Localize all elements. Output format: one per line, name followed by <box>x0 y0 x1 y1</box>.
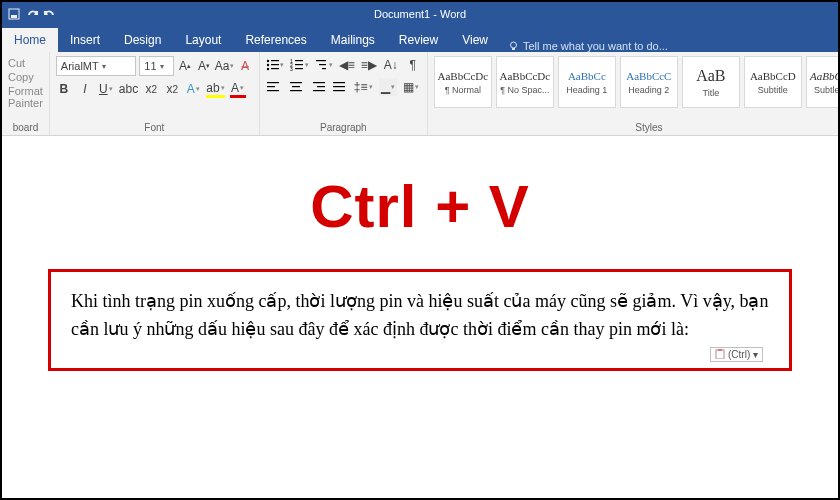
svg-rect-23 <box>292 86 300 87</box>
document-area[interactable]: Ctrl + V Khi tình trạng pin xuống cấp, t… <box>2 136 838 371</box>
shading-button[interactable]: ▁▾ <box>379 78 397 96</box>
tab-mailings[interactable]: Mailings <box>319 28 387 52</box>
font-color-button[interactable]: A▾ <box>230 80 246 98</box>
tab-insert[interactable]: Insert <box>58 28 112 52</box>
align-right-icon <box>311 80 325 94</box>
sort-button[interactable]: A↓ <box>383 56 399 74</box>
justify-button[interactable] <box>332 78 348 96</box>
font-size-select[interactable]: 11▾ <box>139 56 174 76</box>
svg-rect-29 <box>333 86 345 87</box>
svg-rect-25 <box>313 82 325 83</box>
group-font: ArialMT▾ 11▾ A▴ A▾ Aa▾ A̶ B I U▾ abc x2 … <box>50 52 260 135</box>
svg-rect-24 <box>290 90 302 91</box>
paste-options-smarttag[interactable]: (Ctrl) ▾ <box>710 347 763 362</box>
change-case-button[interactable]: Aa▾ <box>215 57 234 75</box>
style-nospacing[interactable]: AaBbCcDc¶ No Spac... <box>496 56 554 108</box>
style-heading1[interactable]: AaBbCcHeading 1 <box>558 56 616 108</box>
tab-design[interactable]: Design <box>112 28 173 52</box>
svg-rect-31 <box>716 350 724 359</box>
superscript-button[interactable]: x2 <box>164 80 180 98</box>
quick-access-toolbar <box>8 8 56 20</box>
font-name-select[interactable]: ArialMT▾ <box>56 56 136 76</box>
svg-rect-26 <box>317 86 325 87</box>
align-left-button[interactable] <box>266 78 282 96</box>
redo-icon[interactable] <box>44 8 56 20</box>
svg-rect-27 <box>313 90 325 91</box>
tell-me-label: Tell me what you want to do... <box>523 40 668 52</box>
copy-button[interactable]: Copy <box>8 70 43 84</box>
shortcut-overlay: Ctrl + V <box>42 172 798 241</box>
bold-button[interactable]: B <box>56 80 72 98</box>
svg-rect-17 <box>319 64 326 65</box>
style-title[interactable]: AaBTitle <box>682 56 740 108</box>
style-normal[interactable]: AaBbCcDc¶ Normal <box>434 56 492 108</box>
tab-home[interactable]: Home <box>2 28 58 52</box>
underline-button[interactable]: U▾ <box>98 80 114 98</box>
decrease-indent-button[interactable]: ◀≡ <box>339 56 355 74</box>
svg-rect-20 <box>267 86 275 87</box>
svg-rect-21 <box>267 90 279 91</box>
svg-rect-15 <box>295 68 303 69</box>
style-subtle-em[interactable]: AaBbCcDcSubtle Em <box>806 56 840 108</box>
tab-review[interactable]: Review <box>387 28 450 52</box>
svg-rect-19 <box>267 82 279 83</box>
numbering-button[interactable]: 123▾ <box>290 56 308 74</box>
group-styles: AaBbCcDc¶ Normal AaBbCcDc¶ No Spac... Aa… <box>428 52 840 135</box>
svg-text:3: 3 <box>290 66 293 72</box>
svg-rect-9 <box>271 68 279 69</box>
smarttag-label: (Ctrl) ▾ <box>728 349 758 360</box>
clipboard-icon <box>715 349 725 359</box>
subscript-button[interactable]: x2 <box>143 80 159 98</box>
title-bar: Document1 - Word <box>2 2 838 26</box>
grow-font-button[interactable]: A▴ <box>177 57 193 75</box>
clear-formatting-button[interactable]: A̶ <box>237 57 253 75</box>
svg-point-8 <box>267 68 269 70</box>
save-icon[interactable] <box>8 8 20 20</box>
bulb-icon <box>508 41 519 52</box>
italic-button[interactable]: I <box>77 80 93 98</box>
svg-rect-3 <box>512 48 515 50</box>
shrink-font-button[interactable]: A▾ <box>196 57 212 75</box>
group-label-styles: Styles <box>434 120 840 133</box>
align-center-icon <box>289 80 303 94</box>
ribbon-tabs: Home Insert Design Layout References Mai… <box>2 26 838 52</box>
multilevel-button[interactable]: ▾ <box>315 56 333 74</box>
justify-icon <box>333 80 347 94</box>
show-marks-button[interactable]: ¶ <box>405 56 421 74</box>
group-paragraph: ▾ 123▾ ▾ ◀≡ ≡▶ A↓ ¶ ‡≡▾ ▁▾ ▦▾ Paragraph <box>260 52 428 135</box>
align-left-icon <box>267 80 281 94</box>
tab-layout[interactable]: Layout <box>173 28 233 52</box>
pasted-text[interactable]: Khi tình trạng pin xuống cấp, thời lượng… <box>71 288 769 344</box>
svg-point-6 <box>267 64 269 66</box>
strike-button[interactable]: abc <box>119 80 138 98</box>
group-label-paragraph: Paragraph <box>266 120 421 133</box>
svg-rect-5 <box>271 60 279 61</box>
svg-rect-16 <box>316 60 326 61</box>
svg-rect-1 <box>11 15 17 18</box>
tab-view[interactable]: View <box>450 28 500 52</box>
svg-point-2 <box>510 42 516 48</box>
line-spacing-button[interactable]: ‡≡▾ <box>354 78 373 96</box>
group-label-clipboard: board <box>8 120 43 133</box>
bullets-button[interactable]: ▾ <box>266 56 284 74</box>
styles-gallery[interactable]: AaBbCcDc¶ Normal AaBbCcDc¶ No Spac... Aa… <box>434 56 840 108</box>
increase-indent-button[interactable]: ≡▶ <box>361 56 377 74</box>
group-clipboard: Cut Copy Format Painter board <box>2 52 50 135</box>
tab-references[interactable]: References <box>233 28 318 52</box>
svg-rect-28 <box>333 82 345 83</box>
undo-icon[interactable] <box>26 8 38 20</box>
align-right-button[interactable] <box>310 78 326 96</box>
cut-button[interactable]: Cut <box>8 56 43 70</box>
style-subtitle[interactable]: AaBbCcDSubtitle <box>744 56 802 108</box>
document-title: Document1 - Word <box>56 8 784 20</box>
highlight-button[interactable]: ab▾ <box>206 80 224 98</box>
align-center-button[interactable] <box>288 78 304 96</box>
multilevel-icon <box>315 58 328 72</box>
svg-rect-13 <box>295 64 303 65</box>
tell-me[interactable]: Tell me what you want to do... <box>500 40 668 52</box>
borders-button[interactable]: ▦▾ <box>403 78 419 96</box>
style-heading2[interactable]: AaBbCcCHeading 2 <box>620 56 678 108</box>
format-painter-button[interactable]: Format Painter <box>8 84 43 110</box>
text-effects-button[interactable]: A▾ <box>185 80 201 98</box>
group-label-font: Font <box>56 120 253 133</box>
